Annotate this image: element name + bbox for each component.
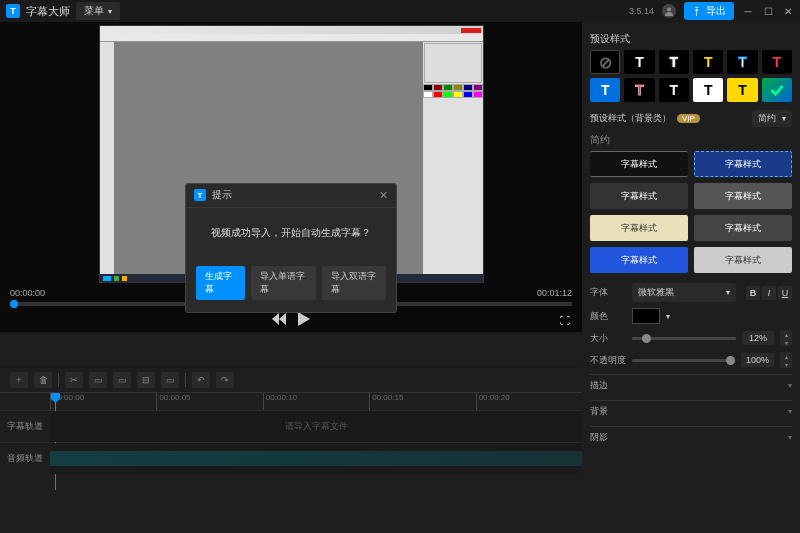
opacity-slider[interactable] (632, 359, 735, 362)
style-card[interactable]: 字幕样式 (694, 151, 792, 177)
svg-point-0 (667, 8, 671, 12)
titlebar: T 字幕大师 菜单 ▾ 3.5.14 ⭱ 导出 ─ ☐ ✕ (0, 0, 800, 22)
shadow-section[interactable]: 阴影 ▾ (590, 426, 792, 448)
stroke-section[interactable]: 描边 ▾ (590, 374, 792, 396)
preset-thumb[interactable]: T (659, 78, 689, 102)
chevron-down-icon: ▾ (108, 7, 112, 16)
font-label: 字体 (590, 286, 626, 299)
style-card[interactable]: 字幕样式 (590, 183, 688, 209)
size-value[interactable]: 12% (742, 331, 774, 345)
modal-close-button[interactable]: ✕ (379, 189, 388, 202)
preset-thumb[interactable]: T (693, 78, 723, 102)
timeline-area: + 🗑 ✂ ▭ ▭ ⊟ ▭ ↶ ↷ 00:00:00 00:00:05 00:0… (0, 368, 582, 533)
tool-button-1[interactable]: ▭ (89, 372, 107, 388)
generate-subtitle-button[interactable]: 生成字幕 (196, 266, 245, 300)
mid-strip (0, 334, 582, 366)
close-button[interactable]: ✕ (782, 6, 794, 17)
chevron-down-icon: ▾ (788, 407, 792, 416)
preset-thumb[interactable]: T (590, 78, 620, 102)
version-label: 3.5.14 (629, 6, 654, 16)
preset-thumb[interactable]: T (762, 50, 792, 74)
modal-icon: T (194, 189, 206, 201)
preset-thumb[interactable] (762, 78, 792, 102)
chevron-down-icon[interactable]: ▾ (666, 312, 670, 321)
color-swatch[interactable] (632, 308, 660, 324)
style-card[interactable]: 字幕样式 (590, 215, 688, 241)
underline-button[interactable]: U (778, 286, 792, 300)
current-time: 00:00:00 (10, 288, 45, 298)
menu-label: 菜单 (84, 4, 104, 18)
ruler-tick: 00:00:15 (369, 393, 475, 410)
shadow-label: 阴影 (590, 431, 608, 444)
ruler-tick: 00:00:05 (156, 393, 262, 410)
opacity-value[interactable]: 100% (741, 353, 774, 367)
bold-button[interactable]: B (746, 286, 760, 300)
modal-title: 提示 (212, 188, 232, 202)
font-value: 微软雅黑 (638, 286, 674, 299)
subtitle-track-content[interactable]: 请导入字幕文件 (50, 411, 582, 442)
divider (185, 373, 186, 387)
background-label: 背景 (590, 405, 608, 418)
split-button[interactable]: ✂ (65, 372, 83, 388)
italic-button[interactable]: I (762, 286, 776, 300)
opacity-stepper[interactable]: ▴▾ (780, 352, 792, 368)
menu-button[interactable]: 菜单 ▾ (76, 2, 120, 20)
app-title: 字幕大师 (26, 4, 70, 19)
delete-button[interactable]: 🗑 (34, 372, 52, 388)
preset-thumb[interactable]: T (624, 78, 654, 102)
user-icon[interactable] (662, 4, 676, 18)
preset-thumb[interactable]: T (659, 50, 689, 74)
subtitle-track[interactable]: 字幕轨道 请导入字幕文件 (0, 410, 582, 442)
app-icon: T (6, 4, 20, 18)
audio-track-label: 音频轨道 (0, 443, 50, 474)
bg-style-dropdown[interactable]: 简约 ▾ (752, 110, 792, 127)
import-mono-button[interactable]: 导入单语字幕 (251, 266, 316, 300)
timeline-ruler[interactable]: 00:00:00 00:00:05 00:00:10 00:00:15 00:0… (0, 392, 582, 410)
style-card[interactable]: 字幕样式 (590, 247, 688, 273)
bg-section-label: 简约 (590, 133, 792, 147)
properties-panel: 预设样式 ⊘ T T T T T T T T T T 预设样式（背景类） VIP… (582, 22, 800, 533)
total-time: 00:01:12 (537, 288, 572, 298)
bg-dropdown-value: 简约 (758, 112, 776, 125)
chevron-down-icon: ▾ (726, 288, 730, 297)
audio-track[interactable]: 音频轨道 (0, 442, 582, 474)
rewind-button[interactable] (272, 313, 286, 327)
preset-thumb[interactable]: T (624, 50, 654, 74)
preset-section-title: 预设样式 (590, 32, 792, 46)
undo-button[interactable]: ↶ (192, 372, 210, 388)
export-button[interactable]: ⭱ 导出 (684, 2, 734, 20)
subtitle-track-label: 字幕轨道 (0, 411, 50, 442)
maximize-button[interactable]: ☐ (762, 6, 774, 17)
style-card[interactable]: 字幕样式 (694, 183, 792, 209)
font-dropdown[interactable]: 微软雅黑 ▾ (632, 283, 736, 302)
preset-thumb[interactable]: T (727, 50, 757, 74)
play-button[interactable] (298, 312, 310, 328)
size-stepper[interactable]: ▴▾ (780, 330, 792, 346)
vip-badge: VIP (677, 114, 700, 123)
fullscreen-button[interactable]: ⛶ (560, 315, 570, 326)
style-card[interactable]: 字幕样式 (590, 151, 688, 177)
audio-track-content[interactable] (50, 443, 582, 474)
chevron-down-icon: ▾ (782, 114, 786, 123)
bg-style-label: 预设样式（背景类） (590, 112, 671, 125)
export-label: 导出 (706, 4, 726, 18)
divider (58, 373, 59, 387)
style-card[interactable]: 字幕样式 (694, 215, 792, 241)
style-card[interactable]: 字幕样式 (694, 247, 792, 273)
preset-thumb[interactable]: T (727, 78, 757, 102)
opacity-label: 不透明度 (590, 354, 626, 367)
color-label: 颜色 (590, 310, 626, 323)
background-section[interactable]: 背景 ▾ (590, 400, 792, 422)
import-bilingual-button[interactable]: 导入双语字幕 (322, 266, 387, 300)
preset-thumb[interactable]: T (693, 50, 723, 74)
redo-button[interactable]: ↷ (216, 372, 234, 388)
tool-button-3[interactable]: ▭ (161, 372, 179, 388)
ruler-tick: 00:00:10 (263, 393, 369, 410)
stroke-label: 描边 (590, 379, 608, 392)
minimize-button[interactable]: ─ (742, 6, 754, 17)
tool-button-2[interactable]: ▭ (113, 372, 131, 388)
preset-none[interactable]: ⊘ (590, 50, 620, 74)
size-slider[interactable] (632, 337, 736, 340)
merge-button[interactable]: ⊟ (137, 372, 155, 388)
add-button[interactable]: + (10, 372, 28, 388)
